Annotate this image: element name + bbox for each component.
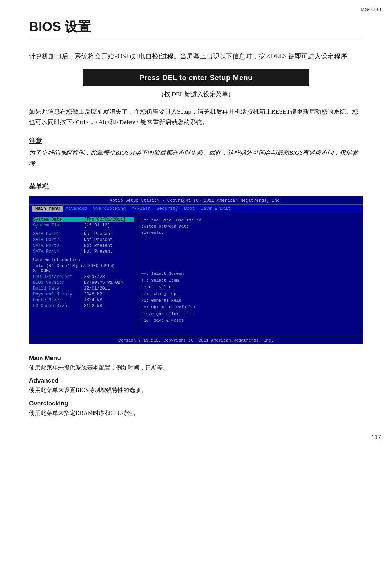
del-box: Press DEL to enter Setup Menu <box>83 69 309 86</box>
bios-screen: Aptio Setup Utility - Copyright (C) 2011… <box>29 196 363 344</box>
bios-menu-boot[interactable]: Boot <box>181 206 198 212</box>
menu-descriptions: Main Menu 使用此菜单来提供系统基本配置，例如时间，日期等。 Advan… <box>29 355 363 418</box>
bios-title-bar: Aptio Setup Utility - Copyright (C) 2011… <box>29 196 363 205</box>
bios-help-text: Set the Date. Use Tab toswitch between D… <box>141 217 208 236</box>
menubar-title: 菜单栏 <box>29 182 363 191</box>
title-bios: BIOS <box>29 19 61 34</box>
bios-menu-bar: Main Menu Advanced Overclocking M-Flash … <box>29 205 363 213</box>
bios-row-sata3[interactable]: SATA Port3 Not Present <box>33 243 134 248</box>
menu-desc-advanced-title: Advanced <box>29 377 363 384</box>
bios-content-area: System Date [Thu 02/01/2011] System Time… <box>29 213 363 336</box>
page-container: MS-7788 BIOS 设置 计算机加电后，系统将会开始POST(加电自检)过… <box>0 0 392 452</box>
bios-row-cpuid[interactable]: CPUID/MicroCode 206a7/23 <box>33 274 134 279</box>
bios-menu-advanced[interactable]: Advanced <box>63 206 90 212</box>
bios-footer: Version 2.13.216. Copyright (C) 2011 Ame… <box>29 336 363 344</box>
menu-desc-overclocking-title: Overclocking <box>29 400 363 407</box>
bios-row-physical-memory[interactable]: Physical Memory 2048 MB <box>33 292 134 297</box>
note-title: 注意 <box>29 136 363 145</box>
page-title: BIOS 设置 <box>29 18 363 40</box>
menu-desc-main: Main Menu 使用此菜单来提供系统基本配置，例如时间，日期等。 <box>29 355 363 372</box>
bios-left-panel: System Date [Thu 02/01/2011] System Time… <box>29 213 138 336</box>
bios-cpu-label: Intel(R) Core(TM) i7-2600 CPU @ 3.40GHz <box>33 264 134 274</box>
bios-right-panel: Set the Date. Use Tab toswitch between D… <box>138 213 211 336</box>
bios-menu-overclocking[interactable]: Overclocking <box>90 206 129 212</box>
bios-row-l3-cache[interactable]: L3 Cache Size 8192 kB <box>33 303 134 309</box>
title-chinese: 设置 <box>65 19 91 34</box>
bios-row-system-date[interactable]: System Date [Thu 02/01/2011] <box>33 217 134 222</box>
menu-desc-overclocking-text: 使用此菜单来指定DRAM时序和CPU特性。 <box>29 408 363 418</box>
bios-menu-main[interactable]: Main Menu <box>32 206 63 212</box>
bios-row-bios-version[interactable]: BIOS Version E77803MS V1.0B4 <box>33 280 134 285</box>
bios-row-sata4[interactable]: SATA Port4 Not Present <box>33 249 134 254</box>
page-number: 117 <box>371 434 381 441</box>
menu-desc-main-title: Main Menu <box>29 355 363 362</box>
bios-row-system-time[interactable]: System Time [15:31:12] <box>33 223 134 228</box>
model-number: MS-7788 <box>360 7 381 12</box>
bios-sysinfo-label: System Information <box>33 258 134 263</box>
bios-row-build-date[interactable]: Build Date 12/01/2011 <box>33 286 134 291</box>
menu-desc-advanced: Advanced 使用此菜单来设置BIOS特别增强特性的选项。 <box>29 377 363 395</box>
bios-menu-security[interactable]: Security <box>154 206 181 212</box>
bios-nav-hints: →←: Select Screen ↑↓: Select Item Enter:… <box>141 270 208 324</box>
menu-desc-overclocking: Overclocking 使用此菜单来指定DRAM时序和CPU特性。 <box>29 400 363 418</box>
bios-row-sata2[interactable]: SATA Port2 Not Present <box>33 237 134 242</box>
menu-desc-advanced-text: 使用此菜单来设置BIOS特别增强特性的选项。 <box>29 385 363 395</box>
del-caption: （按 DEL 键进入设定菜单） <box>29 90 363 98</box>
note-text: 为了更好的系统性能，此章每个BIOS分类下的项目都在不时更新。因此，这些描述可能… <box>29 147 363 169</box>
bios-row-cache-size[interactable]: Cache Size 1024 kB <box>33 298 134 303</box>
bios-row-sata1[interactable]: SATA Port1 Not Present <box>33 232 134 237</box>
menu-desc-main-text: 使用此菜单来提供系统基本配置，例如时间，日期等。 <box>29 363 363 372</box>
second-paragraph: 如果此信息在您做出反应前就消失了，而您仍需要进入Setup，请关机后再开机活按机… <box>29 106 363 128</box>
bios-menu-mflash[interactable]: M-Flash <box>129 206 154 212</box>
bios-menu-save-exit[interactable]: Save & Exit <box>198 206 234 212</box>
intro-text: 计算机加电后，系统将会开始POST(加电自检)过程。当屏幕上出现以下信息时，按 … <box>29 51 363 62</box>
